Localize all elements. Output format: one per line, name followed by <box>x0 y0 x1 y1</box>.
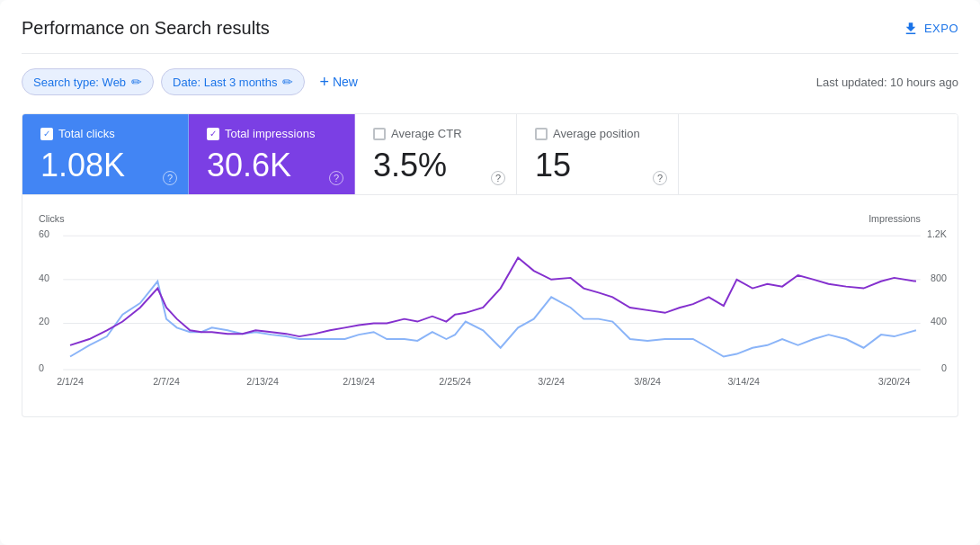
metrics-row: ✓ Total clicks 1.08K ? ✓ Total impressio… <box>22 113 958 195</box>
position-label: Average position <box>553 127 640 140</box>
right-axis-label: Impressions <box>869 212 921 223</box>
impressions-line <box>70 257 916 344</box>
ctr-value: 3.5% <box>373 147 498 183</box>
search-type-label: Search type: Web <box>33 76 126 89</box>
impressions-help-icon[interactable]: ? <box>329 171 343 185</box>
plus-icon: + <box>319 74 329 90</box>
impressions-label: Total impressions <box>225 127 315 140</box>
edit-date-icon: ✏ <box>282 75 293 89</box>
svg-text:60: 60 <box>39 228 49 239</box>
svg-text:3/8/24: 3/8/24 <box>634 375 661 386</box>
svg-text:0: 0 <box>941 362 947 373</box>
page-title: Performance on Search results <box>22 18 270 39</box>
ctr-label: Average CTR <box>391 127 462 140</box>
total-impressions-card[interactable]: ✓ Total impressions 30.6K ? <box>189 114 355 194</box>
clicks-help-icon[interactable]: ? <box>163 171 177 185</box>
svg-text:2/13/24: 2/13/24 <box>246 375 279 386</box>
total-clicks-card[interactable]: ✓ Total clicks 1.08K ? <box>22 114 189 194</box>
svg-text:2/25/24: 2/25/24 <box>439 375 471 386</box>
clicks-checkmark: ✓ <box>43 130 50 138</box>
search-type-filter[interactable]: Search type: Web ✏ <box>22 68 154 95</box>
ctr-label-row: Average CTR <box>373 127 498 140</box>
header-row: Performance on Search results EXPO <box>22 18 958 54</box>
svg-text:20: 20 <box>39 316 49 326</box>
impressions-checkmark: ✓ <box>209 130 217 138</box>
avg-ctr-card[interactable]: Average CTR 3.5% ? <box>355 114 517 194</box>
impressions-value: 30.6K <box>207 147 336 183</box>
position-value: 15 <box>535 147 660 183</box>
new-label: New <box>333 75 358 89</box>
impressions-label-row: ✓ Total impressions <box>207 127 336 140</box>
svg-text:1.2K: 1.2K <box>927 228 947 239</box>
edit-search-type-icon: ✏ <box>131 75 142 89</box>
export-button[interactable]: EXPO <box>903 21 958 37</box>
svg-text:0: 0 <box>39 362 44 373</box>
new-button[interactable]: + New <box>312 68 365 95</box>
performance-chart: Clicks 60 40 20 0 Impressions 1.2K 800 4… <box>37 210 947 402</box>
empty-metric-card <box>679 114 958 194</box>
clicks-value: 1.08K <box>40 147 170 183</box>
export-icon <box>903 21 919 37</box>
position-checkbox[interactable] <box>535 128 548 140</box>
ctr-checkbox[interactable] <box>373 128 386 140</box>
clicks-label: Total clicks <box>58 127 115 140</box>
svg-text:2/19/24: 2/19/24 <box>343 375 375 386</box>
svg-text:3/2/24: 3/2/24 <box>538 375 565 386</box>
last-updated-text: Last updated: 10 hours ago <box>816 76 958 89</box>
chart-container: Clicks 60 40 20 0 Impressions 1.2K 800 4… <box>22 195 958 417</box>
svg-text:3/14/24: 3/14/24 <box>727 375 760 386</box>
avg-position-card[interactable]: Average position 15 ? <box>517 114 679 194</box>
export-label: EXPO <box>924 22 958 35</box>
ctr-help-icon[interactable]: ? <box>491 171 505 185</box>
clicks-label-row: ✓ Total clicks <box>40 127 170 140</box>
position-help-icon[interactable]: ? <box>653 171 667 185</box>
svg-text:3/20/24: 3/20/24 <box>878 375 911 386</box>
clicks-checkbox[interactable]: ✓ <box>40 128 53 140</box>
date-label: Date: Last 3 months <box>173 76 277 89</box>
left-axis-label: Clicks <box>39 212 65 223</box>
filters-row: Search type: Web ✏ Date: Last 3 months ✏… <box>22 68 958 95</box>
date-filter[interactable]: Date: Last 3 months ✏ <box>161 68 305 95</box>
svg-text:2/7/24: 2/7/24 <box>153 375 180 386</box>
svg-text:800: 800 <box>931 272 947 282</box>
position-label-row: Average position <box>535 127 660 140</box>
clicks-line <box>70 281 916 356</box>
svg-text:40: 40 <box>39 272 49 282</box>
main-container: Performance on Search results EXPO Searc… <box>0 0 980 545</box>
impressions-checkbox[interactable]: ✓ <box>207 128 219 140</box>
svg-text:400: 400 <box>931 316 947 326</box>
svg-text:2/1/24: 2/1/24 <box>57 375 84 386</box>
